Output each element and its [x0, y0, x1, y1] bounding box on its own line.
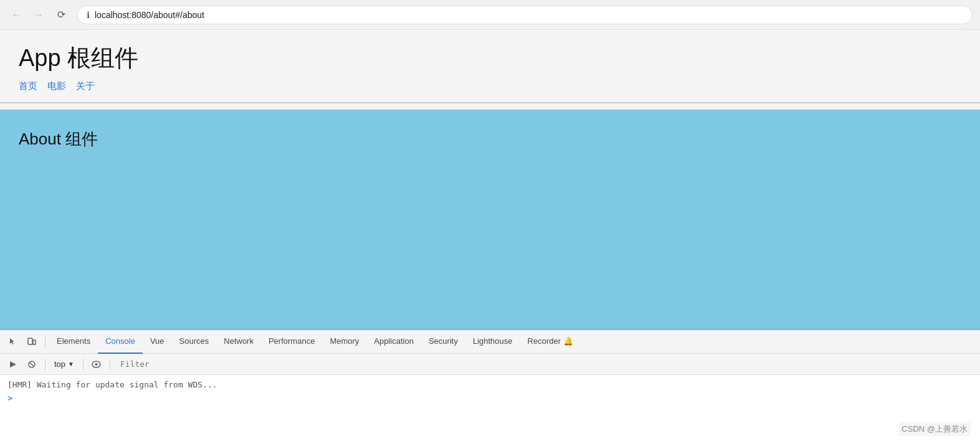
eye-button[interactable]	[88, 356, 105, 372]
svg-rect-0	[28, 338, 32, 344]
tab-security[interactable]: Security	[421, 330, 465, 354]
about-title: About 组件	[19, 130, 98, 148]
tab-network[interactable]: Network	[216, 330, 261, 354]
prompt-arrow: >	[7, 393, 12, 403]
nav-link-about[interactable]: 关于	[76, 80, 95, 92]
stop-icon	[27, 360, 36, 369]
tab-lighthouse[interactable]: Lighthouse	[465, 330, 520, 354]
svg-point-6	[95, 363, 98, 366]
play-icon	[9, 360, 17, 369]
tab-console[interactable]: Console	[98, 330, 143, 354]
cursor-icon	[8, 337, 18, 347]
svg-marker-2	[10, 361, 16, 368]
tab-memory[interactable]: Memory	[322, 330, 366, 354]
about-section: About 组件	[0, 110, 980, 329]
tab-elements[interactable]: Elements	[49, 330, 98, 354]
tab-sources[interactable]: Sources	[172, 330, 217, 354]
browser-chrome: ← → ⟳ ℹ localhost:8080/about#/about	[0, 0, 980, 30]
inspect-element-button[interactable]	[4, 333, 22, 351]
toolbar-separator-2	[83, 359, 83, 370]
svg-rect-1	[33, 340, 36, 344]
devtools-panel: Elements Console Vue Sources Network Per…	[0, 329, 980, 441]
eye-icon	[92, 361, 101, 368]
address-text: localhost:8080/about#/about	[95, 10, 204, 20]
lock-icon: ℹ	[87, 10, 90, 20]
app-title: App 根组件	[19, 42, 961, 74]
reload-button[interactable]: ⟳	[52, 6, 70, 24]
tab-performance[interactable]: Performance	[261, 330, 322, 354]
filter-input[interactable]	[115, 357, 975, 371]
toolbar-separator-1	[45, 359, 45, 370]
svg-line-4	[30, 363, 34, 366]
nav-links: 首页 电影 关于	[19, 80, 961, 92]
context-label: top	[54, 359, 65, 369]
nav-link-movies[interactable]: 电影	[47, 80, 66, 92]
nav-link-home[interactable]: 首页	[19, 80, 37, 92]
back-button[interactable]: ←	[7, 6, 25, 24]
devtools-tabs-bar: Elements Console Vue Sources Network Per…	[0, 330, 980, 354]
devtools-console: [HMR] Waiting for update signal from WDS…	[0, 375, 980, 441]
devtools-toolbar: top ▼	[0, 354, 980, 375]
tab-recorder[interactable]: Recorder 🔔	[520, 330, 581, 354]
clear-console-button[interactable]	[5, 356, 21, 372]
console-prompt[interactable]: >	[7, 393, 973, 403]
console-line-1: [HMR] Waiting for update signal from WDS…	[7, 379, 973, 391]
address-bar[interactable]: ℹ localhost:8080/about#/about	[77, 6, 973, 24]
tab-separator-1	[45, 336, 45, 348]
watermark: CSDN @上善若水	[899, 422, 970, 436]
page-content: App 根组件 首页 电影 关于 About 组件	[0, 30, 980, 329]
toolbar-separator-3	[110, 359, 110, 370]
tab-vue[interactable]: Vue	[143, 330, 172, 354]
nav-buttons: ← → ⟳	[7, 6, 70, 24]
device-icon	[27, 337, 37, 347]
app-root: App 根组件 首页 电影 关于	[0, 30, 980, 103]
context-dropdown[interactable]: top ▼	[50, 358, 78, 370]
stop-button[interactable]	[24, 356, 40, 372]
tab-application[interactable]: Application	[366, 330, 421, 354]
chevron-down-icon: ▼	[68, 361, 74, 368]
device-toolbar-button[interactable]	[22, 333, 41, 351]
forward-button[interactable]: →	[30, 6, 47, 24]
